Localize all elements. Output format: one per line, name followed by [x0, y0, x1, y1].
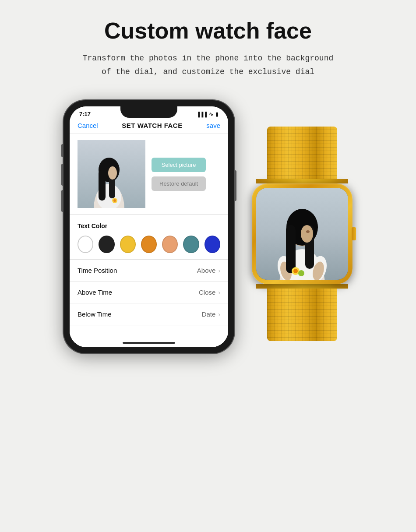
- svg-point-24: [293, 269, 298, 273]
- select-picture-button[interactable]: Select picture: [152, 158, 206, 172]
- phone-side-button-power: [234, 170, 236, 201]
- color-yellow[interactable]: [120, 236, 136, 253]
- page-subtitle: Transform the photos in the phone into t…: [83, 52, 334, 78]
- chevron-icon: ›: [218, 267, 220, 274]
- color-teal[interactable]: [183, 236, 199, 253]
- battery-icon: ▮: [215, 111, 219, 117]
- section-divider-1: [70, 214, 228, 215]
- watch-band-top: [267, 127, 337, 179]
- color-blue[interactable]: [204, 236, 220, 253]
- phone-side-button-vol-up: [61, 164, 63, 186]
- color-black[interactable]: [99, 236, 114, 253]
- svg-point-21: [301, 225, 313, 243]
- svg-rect-5: [99, 170, 106, 201]
- svg-point-7: [108, 166, 117, 180]
- wifi-icon: ∿: [209, 111, 213, 117]
- cancel-button[interactable]: Cancel: [78, 122, 98, 129]
- band-connector-bottom: [256, 284, 348, 289]
- setting-label-below-time: Below Time: [78, 310, 112, 318]
- preview-buttons: Select picture Restore default: [152, 158, 206, 191]
- svg-point-25: [298, 270, 304, 276]
- phone-side-button-vol-down: [61, 190, 63, 212]
- color-peach[interactable]: [162, 236, 178, 253]
- watch-crown: [352, 227, 356, 240]
- save-button[interactable]: save: [206, 122, 220, 129]
- svg-rect-19: [286, 225, 296, 273]
- setting-row-above-time[interactable]: Above Time Close ›: [70, 282, 228, 303]
- band-connector-top: [256, 179, 348, 183]
- color-white[interactable]: [78, 236, 93, 253]
- phone-mockup: 7:17 ▐▐▐ ∿ ▮ Cancel SET WATCH FACE save: [63, 100, 234, 353]
- phone-content: Select picture Restore default Text Colo…: [70, 134, 228, 347]
- restore-default-button[interactable]: Restore default: [152, 176, 206, 191]
- phone-notch: [120, 106, 177, 118]
- watch-screen-image: [256, 188, 348, 280]
- page-title: Custom watch face: [104, 18, 312, 44]
- color-orange[interactable]: [141, 236, 157, 253]
- setting-row-below-time[interactable]: Below Time Date ›: [70, 303, 228, 325]
- status-time: 7:17: [79, 111, 91, 117]
- setting-value-above-time: Close ›: [199, 289, 220, 296]
- watch-case: [252, 183, 353, 284]
- text-color-label: Text Color: [70, 219, 228, 234]
- home-indicator: [123, 342, 175, 344]
- app-header: Cancel SET WATCH FACE save: [70, 119, 228, 134]
- signal-icon: ▐▐▐: [197, 112, 207, 117]
- watch-mockup: [252, 127, 353, 341]
- preview-image: [78, 140, 145, 208]
- setting-label-time-position: Time Position: [78, 267, 117, 274]
- svg-point-22: [306, 230, 310, 233]
- watch-screen: [256, 188, 348, 280]
- app-title: SET WATCH FACE: [122, 122, 182, 129]
- phone-home-area: [70, 325, 228, 347]
- setting-row-time-position[interactable]: Time Position Above ›: [70, 260, 228, 282]
- settings-section: Time Position Above › Above Time Close ›: [70, 259, 228, 325]
- chevron-icon-3: ›: [218, 311, 220, 318]
- setting-label-above-time: Above Time: [78, 289, 112, 296]
- devices-container: 7:17 ▐▐▐ ∿ ▮ Cancel SET WATCH FACE save: [13, 100, 403, 353]
- svg-point-9: [113, 199, 116, 202]
- color-picker-row: [70, 234, 228, 259]
- setting-value-below-time: Date ›: [202, 310, 220, 318]
- preview-section: Select picture Restore default: [70, 140, 228, 208]
- watch-band-bottom: [267, 289, 337, 341]
- phone-side-button-silent: [61, 144, 63, 157]
- setting-value-time-position: Above ›: [197, 267, 220, 274]
- chevron-icon-2: ›: [218, 289, 220, 296]
